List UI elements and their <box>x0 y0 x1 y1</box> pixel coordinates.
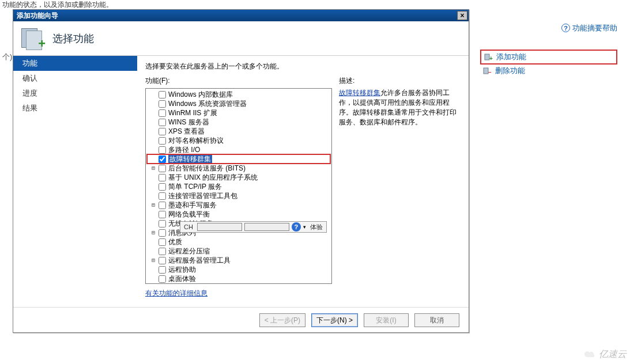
ime-lang-label[interactable]: CH <box>182 223 195 230</box>
feature-checkbox[interactable] <box>159 156 166 163</box>
expand-icon[interactable]: ⊞ <box>150 256 156 265</box>
feature-item[interactable]: 连接管理器管理工具包 <box>147 191 330 200</box>
right-action-panel: ?功能摘要帮助 + 添加功能 − 删除功能 <box>477 18 621 79</box>
feature-label: 优质 <box>168 237 182 247</box>
wizard-banner: + 选择功能 <box>13 21 469 56</box>
features-summary-help-link[interactable]: ?功能摘要帮助 <box>477 18 621 47</box>
cancel-button[interactable]: 取消 <box>414 313 459 327</box>
description-label: 描述: <box>339 76 461 86</box>
remove-feature-link[interactable]: − 删除功能 <box>480 65 617 77</box>
feature-item[interactable]: 简单 TCP/IP 服务 <box>147 182 330 191</box>
feature-label: WINS 服务器 <box>168 117 209 127</box>
feature-checkbox[interactable] <box>159 119 166 126</box>
feature-item[interactable]: 远程协助 <box>147 265 330 274</box>
feature-label: 远程服务器管理工具 <box>168 256 231 265</box>
feature-item[interactable]: 对等名称解析协议 <box>147 136 330 145</box>
feature-item[interactable]: 优质 <box>147 237 330 247</box>
feature-details-link[interactable]: 有关功能的详细信息 <box>145 284 332 298</box>
description-body: 故障转移群集允许多台服务器协同工作，以提供高可用性的服务和应用程序。故障转移群集… <box>339 88 461 127</box>
feature-label: 故障转移群集 <box>168 154 212 164</box>
features-label: 功能(F): <box>145 76 332 86</box>
svg-rect-2 <box>484 68 488 74</box>
ime-toolbar[interactable]: CH ? ▾ 体验 <box>180 221 327 233</box>
wizard-banner-title: 选择功能 <box>52 32 94 46</box>
feature-label: 基于 UNIX 的应用程序子系统 <box>168 173 258 182</box>
ime-btn-1[interactable] <box>197 223 242 231</box>
server-add-icon: + <box>484 52 493 62</box>
expand-icon[interactable]: ⊞ <box>150 200 156 210</box>
description-column: 描述: 故障转移群集允许多台服务器协同工作，以提供高可用性的服务和应用程序。故障… <box>339 76 461 304</box>
prev-button[interactable]: < 上一步(P) <box>259 313 305 327</box>
add-feature-label: 添加功能 <box>496 52 526 62</box>
feature-item[interactable]: 网络负载平衡 <box>147 210 330 219</box>
feature-label: 后台智能传送服务 (BITS) <box>168 164 246 173</box>
feature-checkbox[interactable] <box>159 91 166 98</box>
nav-step-3[interactable]: 结果 <box>13 101 137 116</box>
expand-icon[interactable]: ⊞ <box>150 164 156 173</box>
nav-step-0[interactable]: 功能 <box>13 56 137 71</box>
feature-item[interactable]: ⊞远程服务器管理工具 <box>147 256 330 265</box>
wizard-banner-icon: + <box>20 27 43 50</box>
feature-checkbox[interactable] <box>159 192 166 200</box>
instruction-text: 选择要安装在此服务器上的一个或多个功能。 <box>145 62 461 71</box>
expand-icon[interactable]: ⊞ <box>150 228 156 237</box>
feature-checkbox[interactable] <box>159 174 166 181</box>
feature-checkbox[interactable] <box>159 146 166 154</box>
feature-item[interactable]: Windows 系统资源管理器 <box>147 99 330 108</box>
nav-step-2[interactable]: 进度 <box>13 86 137 101</box>
ime-trail: 体验 <box>308 223 325 232</box>
feature-checkbox[interactable] <box>159 229 166 237</box>
feature-checkbox[interactable] <box>159 275 166 283</box>
feature-checkbox[interactable] <box>159 109 166 117</box>
nav-step-1[interactable]: 确认 <box>13 71 137 86</box>
left-count-stub: 个) <box>2 52 12 62</box>
install-button[interactable]: 安装(I) <box>364 313 409 327</box>
feature-label: 简单 TCP/IP 服务 <box>168 182 222 191</box>
ime-help-icon[interactable]: ? <box>292 222 301 232</box>
feature-checkbox[interactable] <box>159 202 166 209</box>
svg-text:−: − <box>488 69 492 75</box>
feature-item[interactable]: 基于 UNIX 的应用程序子系统 <box>147 173 330 182</box>
next-button[interactable]: 下一步(N) > <box>311 313 358 327</box>
feature-item[interactable]: ⊞墨迹和手写服务 <box>147 200 330 210</box>
feature-item[interactable]: Windows 内部数据库 <box>147 90 330 99</box>
feature-item[interactable]: 桌面体验 <box>147 274 330 283</box>
feature-label: 墨迹和手写服务 <box>168 200 217 210</box>
help-label: 功能摘要帮助 <box>572 24 617 32</box>
ime-btn-2[interactable] <box>244 223 289 231</box>
feature-checkbox[interactable] <box>159 165 166 172</box>
add-feature-link[interactable]: + 添加功能 <box>480 50 617 65</box>
description-feature-link[interactable]: 故障转移群集 <box>339 89 380 97</box>
feature-checkbox[interactable] <box>159 183 166 191</box>
watermark-text: 亿速云 <box>599 348 627 361</box>
feature-label: 桌面体验 <box>168 274 196 283</box>
ime-drop-icon[interactable]: ▾ <box>303 224 306 230</box>
feature-label: 连接管理器管理工具包 <box>168 191 237 200</box>
feature-item[interactable]: 故障转移群集 <box>147 154 330 164</box>
wizard-titlebar[interactable]: 添加功能向导 × <box>13 10 469 21</box>
feature-checkbox[interactable] <box>159 266 166 274</box>
feature-checkbox[interactable] <box>159 100 166 108</box>
feature-checkbox[interactable] <box>159 238 166 246</box>
feature-checkbox[interactable] <box>159 211 166 218</box>
feature-checkbox[interactable] <box>159 257 166 264</box>
feature-item[interactable]: WinRM IIS 扩展 <box>147 108 330 117</box>
feature-checkbox[interactable] <box>159 137 166 145</box>
wizard-footer: < 上一步(P) 下一步(N) > 安装(I) 取消 <box>13 307 469 332</box>
feature-item[interactable]: XPS 查看器 <box>147 127 330 136</box>
feature-item[interactable]: 远程差分压缩 <box>147 247 330 256</box>
feature-item[interactable]: ⊞后台智能传送服务 (BITS) <box>147 164 330 173</box>
feature-item[interactable]: 多路径 I/O <box>147 145 330 154</box>
feature-checkbox[interactable] <box>159 220 166 227</box>
watermark: 亿速云 <box>584 348 627 361</box>
page-top-hint: 功能的状态，以及添加或删除功能。 <box>0 0 115 10</box>
close-button[interactable]: × <box>457 11 467 20</box>
feature-label: Windows 系统资源管理器 <box>168 99 247 108</box>
feature-item[interactable]: WINS 服务器 <box>147 117 330 127</box>
wizard-title: 添加功能向导 <box>17 11 58 21</box>
feature-checkbox[interactable] <box>159 128 166 135</box>
svg-rect-0 <box>485 54 489 60</box>
help-icon: ? <box>561 24 570 32</box>
features-listbox[interactable]: Windows 内部数据库Windows 系统资源管理器WinRM IIS 扩展… <box>145 88 332 284</box>
feature-checkbox[interactable] <box>159 248 166 255</box>
